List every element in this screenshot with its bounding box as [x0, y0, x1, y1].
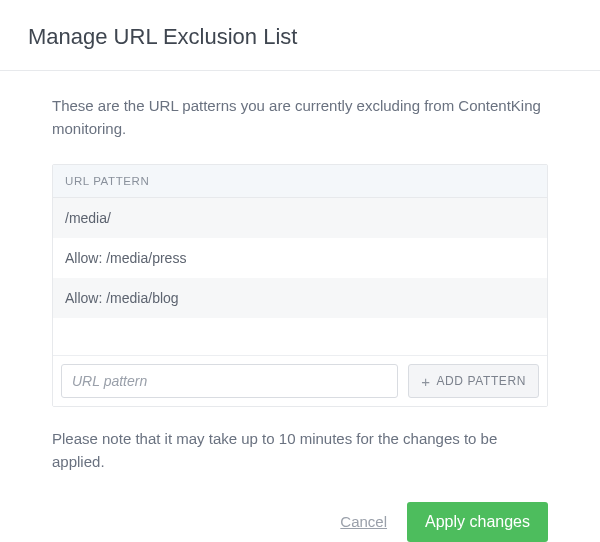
apply-changes-button[interactable]: Apply changes [407, 502, 548, 542]
cancel-button[interactable]: Cancel [340, 513, 387, 530]
add-pattern-row: + ADD PATTERN [53, 356, 547, 406]
table-header: URL PATTERN [53, 165, 547, 198]
add-pattern-label: ADD PATTERN [437, 374, 527, 388]
dialog-header: Manage URL Exclusion List [0, 0, 600, 71]
url-pattern-table: URL PATTERN /media/ Allow: /media/press … [52, 164, 548, 407]
table-row[interactable]: Allow: /media/blog [53, 278, 547, 318]
url-pattern-input[interactable] [61, 364, 398, 398]
table-row[interactable]: Allow: /media/press [53, 238, 547, 278]
table-body: /media/ Allow: /media/press Allow: /medi… [53, 198, 547, 318]
add-pattern-button[interactable]: + ADD PATTERN [408, 364, 539, 398]
intro-text: These are the URL patterns you are curre… [52, 95, 548, 140]
dialog-actions: Cancel Apply changes [52, 502, 548, 542]
dialog-title: Manage URL Exclusion List [28, 24, 572, 50]
plus-icon: + [421, 374, 430, 389]
note-text: Please note that it may take up to 10 mi… [52, 427, 548, 474]
table-spacer [53, 318, 547, 356]
table-row[interactable]: /media/ [53, 198, 547, 238]
dialog-content: These are the URL patterns you are curre… [0, 71, 600, 542]
